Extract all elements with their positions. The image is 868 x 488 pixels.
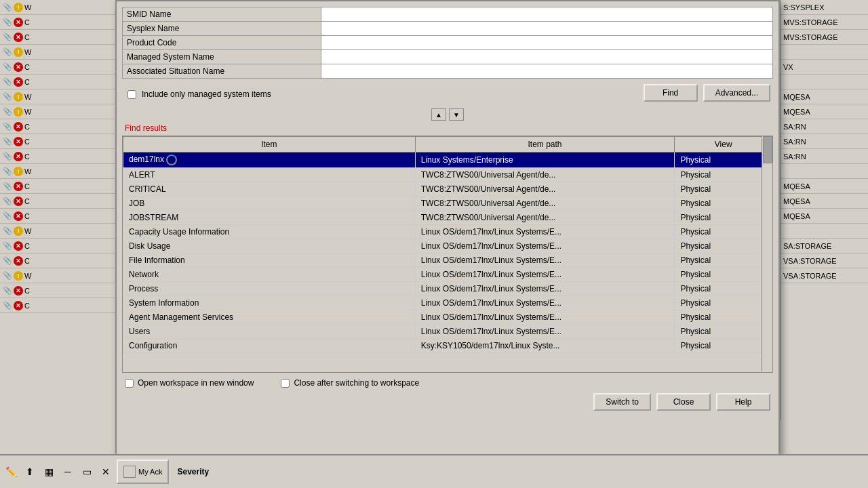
row-item: Disk Usage xyxy=(123,239,416,253)
advanced-button[interactable]: Advanced... xyxy=(703,84,770,102)
filter-value[interactable] xyxy=(321,50,773,64)
left-list-item[interactable]: 📎!W xyxy=(0,164,115,179)
scroll-up-button[interactable]: ▲ xyxy=(431,108,446,121)
filter-value[interactable] xyxy=(321,7,773,22)
include-managed-label: Include only managed system items xyxy=(142,89,271,99)
help-button[interactable]: Help xyxy=(716,393,770,411)
paperclip-icon: 📎 xyxy=(3,301,12,310)
table-row[interactable]: Agent Management ServicesLinux OS/dem17l… xyxy=(123,310,772,325)
left-list-item[interactable]: 📎✕C xyxy=(0,119,115,134)
left-list-item[interactable]: 📎✕C xyxy=(0,209,115,224)
item-label: W xyxy=(24,272,31,280)
table-row[interactable]: Capacity Usage InformationLinux OS/dem17… xyxy=(123,225,772,239)
left-list-item[interactable]: 📎✕C xyxy=(0,239,115,253)
left-list-item[interactable]: 📎!W xyxy=(0,224,115,239)
filter-value[interactable] xyxy=(321,64,773,79)
item-label: C xyxy=(24,182,30,190)
left-list-item[interactable]: 📎✕C xyxy=(0,298,115,313)
item-label: W xyxy=(24,93,31,101)
open-workspace-checkbox[interactable] xyxy=(125,379,134,388)
paperclip-icon: 📎 xyxy=(3,122,12,131)
table-row[interactable]: JOBTWC8:ZTWS00/Universal Agent/de...Phys… xyxy=(123,197,772,211)
table-row[interactable]: NetworkLinux OS/dem17lnx/Linux Systems/E… xyxy=(123,268,772,282)
row-path: Linux OS/dem17lnx/Linux Systems/E... xyxy=(415,239,675,253)
row-item: Network xyxy=(123,268,416,282)
pencil-icon[interactable]: ✏️ xyxy=(3,464,19,480)
left-list-item[interactable]: 📎✕C xyxy=(0,283,115,298)
left-list-item[interactable]: 📎✕C xyxy=(0,30,115,45)
column-header-path: Item path xyxy=(415,137,675,152)
right-list-item: SA:RN xyxy=(781,134,868,149)
item-label: C xyxy=(24,287,30,295)
status-icon: ! xyxy=(14,3,23,12)
close-button[interactable]: Close xyxy=(656,393,711,411)
scroll-down-button[interactable]: ▼ xyxy=(449,108,464,121)
left-list-item[interactable]: 📎✕C xyxy=(0,179,115,194)
table-row[interactable]: File InformationLinux OS/dem17lnx/Linux … xyxy=(123,253,772,268)
left-list-item[interactable]: 📎✕C xyxy=(0,253,115,268)
paperclip-icon: 📎 xyxy=(3,182,12,191)
switch-to-button[interactable]: Switch to xyxy=(593,393,651,411)
left-list-item[interactable]: 📎✕C xyxy=(0,134,115,149)
left-list-item[interactable]: 📎!W xyxy=(0,104,115,119)
right-list-item: S:SYSPLEX xyxy=(781,0,868,15)
left-list-item[interactable]: 📎!W xyxy=(0,268,115,283)
status-icon: ! xyxy=(14,107,23,117)
left-list-item[interactable]: 📎!W xyxy=(0,0,115,15)
left-list-item[interactable]: 📎!W xyxy=(0,89,115,104)
table-scrollbar[interactable] xyxy=(762,136,772,372)
status-icon: ✕ xyxy=(14,197,23,206)
table-row[interactable]: UsersLinux OS/dem17lnx/Linux Systems/E..… xyxy=(123,325,772,339)
scrollbar-thumb xyxy=(763,136,772,163)
filter-value[interactable] xyxy=(321,36,773,50)
my-ack-button[interactable]: My Ack xyxy=(117,460,169,484)
row-view: Physical xyxy=(675,197,772,211)
table-row[interactable]: CRITICALTWC8:ZTWS00/Universal Agent/de..… xyxy=(123,182,772,197)
left-list-item[interactable]: 📎✕C xyxy=(0,75,115,89)
right-list-item: SA:STORAGE xyxy=(781,239,868,253)
left-list-item[interactable]: 📎!W xyxy=(0,45,115,60)
table-row[interactable]: JOBSTREAMTWC8:ZTWS00/Universal Agent/de.… xyxy=(123,211,772,225)
left-list-item[interactable]: 📎✕C xyxy=(0,60,115,75)
table-row[interactable]: System InformationLinux OS/dem17lnx/Linu… xyxy=(123,296,772,310)
row-path: Ksy:KSY1050/dem17lnx/Linux Syste... xyxy=(415,339,675,353)
open-workspace-label: Open workspace in new window xyxy=(138,378,254,388)
grid-icon[interactable]: ▦ xyxy=(41,464,57,480)
status-icon: ✕ xyxy=(14,256,23,266)
left-list-item[interactable]: 📎✕C xyxy=(0,149,115,164)
row-item: Capacity Usage Information xyxy=(123,225,416,239)
item-label: C xyxy=(24,123,30,131)
status-icon: ! xyxy=(14,92,23,102)
close-x-icon[interactable]: ✕ xyxy=(98,464,114,480)
right-list-item: MQESA xyxy=(781,179,868,194)
table-row[interactable]: ConfigurationKsy:KSY1050/dem17lnx/Linux … xyxy=(123,339,772,353)
item-label: W xyxy=(24,48,31,56)
filter-label: Associated Situation Name xyxy=(123,64,321,79)
paperclip-icon: 📎 xyxy=(3,226,12,236)
table-row[interactable]: Disk UsageLinux OS/dem17lnx/Linux System… xyxy=(123,239,772,253)
row-item: JOBSTREAM xyxy=(123,211,416,225)
window-icon[interactable]: ▭ xyxy=(79,464,95,480)
table-row[interactable]: dem17lnx Linux Systems/EnterprisePhysica… xyxy=(123,152,772,168)
right-list-item xyxy=(781,45,868,60)
up-icon[interactable]: ⬆ xyxy=(22,464,38,480)
my-ack-label: My Ack xyxy=(138,468,162,476)
paperclip-icon: 📎 xyxy=(3,92,12,102)
paperclip-icon: 📎 xyxy=(3,137,12,146)
close-after-checkbox[interactable] xyxy=(281,379,290,388)
left-list-item[interactable]: 📎✕C xyxy=(0,194,115,209)
table-row[interactable]: ALERTTWC8:ZTWS00/Universal Agent/de...Ph… xyxy=(123,168,772,182)
find-button[interactable]: Find xyxy=(644,84,698,102)
include-managed-checkbox[interactable] xyxy=(127,90,136,99)
row-item: CRITICAL xyxy=(123,182,416,197)
right-list-item: SA:RN xyxy=(781,149,868,164)
table-row[interactable]: ProcessLinux OS/dem17lnx/Linux Systems/E… xyxy=(123,282,772,296)
right-list-item xyxy=(781,164,868,179)
filter-value[interactable] xyxy=(321,22,773,36)
minus-icon[interactable]: ─ xyxy=(60,464,76,480)
row-path: TWC8:ZTWS00/Universal Agent/de... xyxy=(415,182,675,197)
paperclip-icon: 📎 xyxy=(3,107,12,117)
right-list-item: MQESA xyxy=(781,89,868,104)
row-item: System Information xyxy=(123,296,416,310)
left-list-item[interactable]: 📎✕C xyxy=(0,15,115,30)
